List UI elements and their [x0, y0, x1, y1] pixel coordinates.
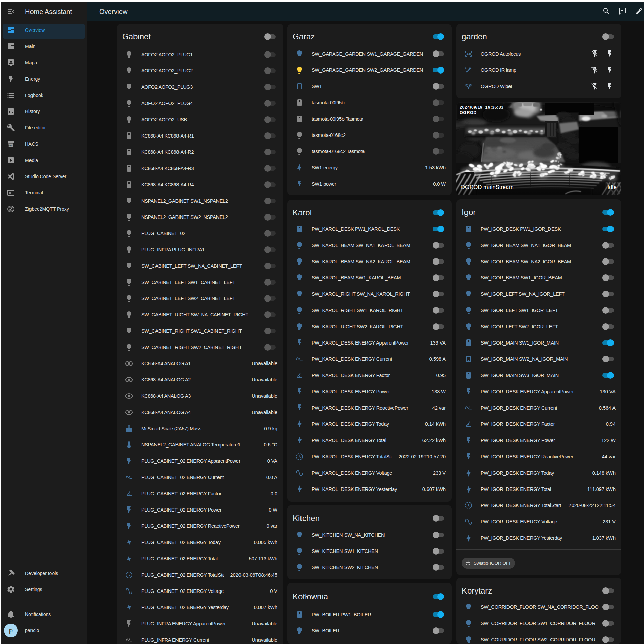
svg-text:AF: AF [466, 52, 471, 56]
svg-text:HACS: HACS [8, 144, 14, 146]
